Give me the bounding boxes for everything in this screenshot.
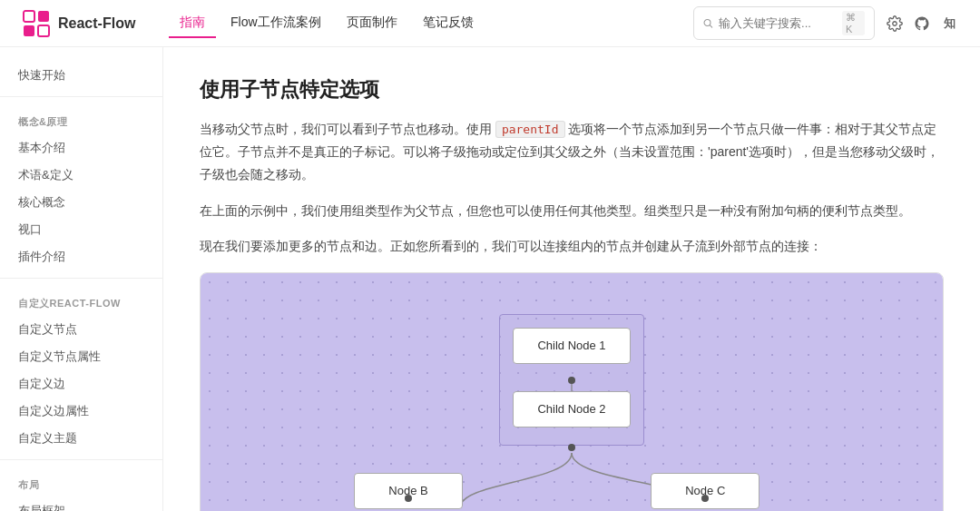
main-nav: 指南 Flow工作流案例 页面制作 笔记反馈 (169, 9, 485, 38)
sidebar-item-custom-node-attr[interactable]: 自定义节点属性 (0, 343, 162, 370)
page-title: 使用子节点特定选项 (200, 76, 944, 103)
sidebar-divider-3 (0, 459, 162, 460)
header-right: ⌘ K 知 (693, 6, 958, 40)
sidebar-item-quickstart[interactable]: 快速开始 (0, 62, 162, 89)
github-icon[interactable] (913, 15, 931, 33)
search-shortcut: ⌘ K (842, 11, 865, 35)
settings-icon[interactable] (886, 15, 904, 33)
logo: React-Flow (22, 9, 140, 38)
sidebar-item-layout-framework[interactable]: 布局框架 (0, 497, 162, 511)
sidebar-item-custom-node[interactable]: 自定义节点 (0, 316, 162, 343)
node-c[interactable]: Node C (651, 473, 760, 509)
sidebar-item-custom-theme[interactable]: 自定义主题 (0, 425, 162, 452)
search-icon (703, 17, 713, 30)
svg-rect-0 (24, 11, 34, 22)
svg-line-5 (710, 25, 711, 26)
inline-code-parentid: parentId (495, 121, 565, 138)
header-icons: 知 (886, 15, 958, 33)
handle-child2-bottom (568, 444, 575, 451)
sidebar-item-terms[interactable]: 术语&定义 (0, 162, 162, 189)
sidebar-item-plugins[interactable]: 插件介绍 (0, 243, 162, 270)
nav-flow[interactable]: Flow工作流案例 (220, 9, 332, 38)
handle-nodec-top (701, 495, 709, 502)
node-child2-label: Child Node 2 (537, 402, 605, 416)
sidebar-item-custom-edge[interactable]: 自定义边 (0, 370, 162, 398)
sidebar-item-custom-edge-attr[interactable]: 自定义边属性 (0, 398, 162, 425)
node-child1-label: Child Node 1 (537, 339, 605, 352)
logo-icon (22, 9, 51, 38)
sidebar-section-concepts: 概念&原理 (0, 104, 162, 134)
sidebar-item-viewport[interactable]: 视口 (0, 216, 162, 243)
svg-point-6 (893, 21, 897, 25)
nav-guide[interactable]: 指南 (169, 9, 216, 38)
language-text[interactable]: 知 (940, 15, 958, 33)
header: React-Flow 指南 Flow工作流案例 页面制作 笔记反馈 ⌘ K (0, 0, 980, 47)
sidebar: 快速开始 概念&原理 基本介绍 术语&定义 核心概念 视口 插件介绍 自定义RE… (0, 47, 163, 511)
logo-text: React-Flow (58, 15, 135, 32)
sidebar-section-custom: 自定义REACT-FLOW (0, 286, 162, 316)
para1: 当移动父节点时，我们可以看到子节点也移动。使用 parentId 选项将一个节点… (200, 118, 944, 187)
sidebar-divider-1 (0, 96, 162, 97)
nav-feedback[interactable]: 笔记反馈 (412, 9, 485, 38)
main-layout: 快速开始 概念&原理 基本介绍 术语&定义 核心概念 视口 插件介绍 自定义RE… (0, 47, 980, 511)
handle-nodeb-top (405, 495, 412, 502)
handle-child1-bottom (568, 377, 575, 384)
search-box[interactable]: ⌘ K (693, 6, 875, 40)
search-input[interactable] (719, 16, 837, 30)
sidebar-divider-2 (0, 278, 162, 279)
node-child2[interactable]: Child Node 2 (513, 391, 631, 427)
svg-rect-2 (24, 25, 34, 36)
flow-diagram-container: Child Node 1 Child Node 2 Node B (200, 272, 944, 511)
sidebar-item-intro[interactable]: 基本介绍 (0, 134, 162, 162)
sidebar-section-layout: 布局 (0, 467, 162, 497)
nav-page[interactable]: 页面制作 (336, 9, 408, 38)
node-child1[interactable]: Child Node 1 (513, 328, 631, 364)
para3: 现在我们要添加更多的节点和边。正如您所看到的，我们可以连接组内的节点并创建从子流… (200, 235, 944, 258)
flow-canvas[interactable]: Child Node 1 Child Node 2 Node B (201, 273, 943, 511)
svg-rect-3 (38, 25, 49, 36)
sidebar-item-core[interactable]: 核心概念 (0, 189, 162, 216)
para2: 在上面的示例中，我们使用组类型作为父节点，但您也可以使用任何其他类型。组类型只是… (200, 200, 944, 222)
content-area: 使用子节点特定选项 当移动父节点时，我们可以看到子节点也移动。使用 parent… (163, 47, 980, 511)
svg-rect-1 (38, 11, 49, 22)
node-b[interactable]: Node B (354, 473, 463, 509)
